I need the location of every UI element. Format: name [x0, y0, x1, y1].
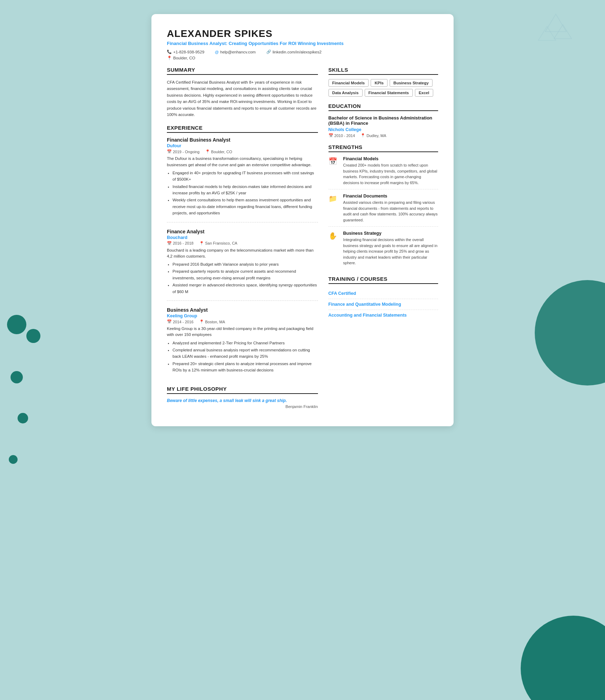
calendar-icon-2: 📅	[167, 241, 172, 246]
training-item-1: CFA Certified	[328, 288, 438, 299]
calendar-icon-1: 📅	[167, 149, 172, 154]
strength-desc-3: Integrating financial decisions within t…	[343, 237, 438, 266]
strength-icon-3: ✋	[328, 231, 340, 242]
exp-desc-1: The Dufour is a business transformation …	[167, 156, 318, 168]
summary-text: CFA Certified Financial Business Analyst…	[167, 79, 318, 118]
summary-section: SUMMARY CFA Certified Financial Business…	[167, 67, 318, 118]
skill-6: Excel	[415, 89, 433, 97]
exp-desc-3: Keeling Group is a 30-year-old limited c…	[167, 326, 318, 338]
location-text: Boulder, CO	[173, 56, 195, 60]
exp-item-1: Financial Business Analyst Dufour 📅 2019…	[167, 137, 318, 222]
skill-5: Financial Statements	[365, 89, 413, 97]
bullet-1-1: Engaged in 40+ projects for upgrading IT…	[173, 170, 318, 183]
edu-location: 📍 Dudley, MA	[360, 133, 386, 138]
strength-item-3: ✋ Business Strategy Integrating financia…	[328, 231, 438, 270]
bullet-3-3: Prepared 20+ strategic client plans to a…	[173, 361, 318, 374]
exp-meta-3: 📅 2014 - 2016 📍 Boston, MA	[167, 319, 318, 324]
email-address: help@enhancv.com	[220, 50, 256, 54]
contact-info: 📞 +1-828-938-9529 @ help@enhancv.com 🔗 l…	[167, 50, 438, 54]
exp-meta-2: 📅 2016 - 2018 📍 San Fransisco, CA	[167, 241, 318, 246]
strength-title-2: Financial Documents	[343, 194, 438, 199]
email-icon: @	[215, 50, 219, 54]
email-contact: @ help@enhancv.com	[215, 50, 256, 54]
job-title-3: Business Analyst	[167, 307, 318, 313]
strength-title-3: Business Strategy	[343, 231, 438, 236]
training-item-3: Accounting and Financial Statements	[328, 310, 438, 320]
education-heading: EDUCATION	[328, 103, 438, 111]
location-contact: 📍 Boulder, CO	[167, 56, 438, 60]
skill-2: KPIs	[371, 79, 388, 87]
skills-grid: Financial Models KPIs Business Strategy …	[328, 79, 438, 97]
bullet-1-2: Installed financial models to help decis…	[173, 183, 318, 196]
exp-location-2: 📍 San Fransisco, CA	[199, 241, 238, 246]
candidate-title: Financial Business Analyst: Creating Opp…	[167, 41, 438, 46]
strength-desc-2: Assisted various clients in preparing an…	[343, 200, 438, 223]
philosophy-quote: Beware of little expenses, a small leak …	[167, 398, 318, 403]
exp-dates-3: 📅 2014 - 2016	[167, 319, 194, 324]
exp-location-3: 📍 Boston, MA	[199, 319, 225, 324]
bullet-3-2: Completed annual business analysis repor…	[173, 347, 318, 360]
edu-school: Nichols College	[328, 127, 438, 132]
strength-content-2: Financial Documents Assisted various cli…	[343, 194, 438, 223]
edu-degree: Bachelor of Science in Business Administ…	[328, 115, 438, 126]
strength-title-1: Financial Models	[343, 156, 438, 161]
education-section: EDUCATION Bachelor of Science in Busines…	[328, 103, 438, 138]
skill-3: Business Strategy	[390, 79, 432, 87]
bullet-2-2: Prepared quarterly reports to analyze cu…	[173, 268, 318, 281]
strength-item-1: 📅 Financial Models Created 200+ models f…	[328, 156, 438, 189]
job-title-1: Financial Business Analyst	[167, 137, 318, 143]
skills-heading: SKILLS	[328, 67, 438, 75]
location-icon-1: 📍	[205, 149, 210, 154]
linkedin-url: linkedin.com/in/alexspikes2	[273, 50, 321, 54]
philosophy-section: MY LIFE PHILOSOPHY Beware of little expe…	[167, 386, 318, 409]
location-icon-2: 📍	[199, 241, 204, 246]
strength-icon-1: 📅	[328, 156, 340, 168]
exp-location-1: 📍 Boulder, CO	[205, 149, 232, 154]
job-title-2: Finance Analyst	[167, 229, 318, 234]
experience-section: EXPERIENCE Financial Business Analyst Du…	[167, 125, 318, 379]
phone-number: +1-828-938-9529	[173, 50, 204, 54]
edu-meta: 📅 2010 - 2014 📍 Dudley, MA	[328, 133, 438, 138]
training-item-2: Finance and Quantitative Modeling	[328, 299, 438, 310]
linkedin-icon: 🔗	[266, 50, 271, 54]
philosophy-heading: MY LIFE PHILOSOPHY	[167, 386, 318, 394]
strength-icon-2: 📁	[328, 194, 340, 205]
left-column: SUMMARY CFA Certified Financial Business…	[167, 67, 318, 409]
exp-desc-2: Bouchard is a leading company on the tel…	[167, 247, 318, 260]
phone-contact: 📞 +1-828-938-9529	[167, 50, 204, 54]
strength-content-1: Financial Models Created 200+ models fro…	[343, 156, 438, 186]
exp-meta-1: 📅 2019 - Ongoing 📍 Boulder, CO	[167, 149, 318, 154]
edu-calendar-icon: 📅	[328, 133, 333, 138]
exp-bullets-1: Engaged in 40+ projects for upgrading IT…	[167, 170, 318, 216]
resume-header: ALEXANDER SPIKES Financial Business Anal…	[167, 28, 438, 60]
phone-icon: 📞	[167, 50, 172, 54]
company-2: Bouchard	[167, 235, 318, 240]
bullet-2-1: Prepared 2016 Budget with Variance analy…	[173, 261, 318, 267]
exp-dates-1: 📅 2019 - Ongoing	[167, 149, 200, 154]
company-1: Dufour	[167, 143, 318, 148]
candidate-name: ALEXANDER SPIKES	[167, 28, 438, 39]
bullet-2-3: Assisted merger in advanced electronics …	[173, 282, 318, 295]
exp-bullets-2: Prepared 2016 Budget with Variance analy…	[167, 261, 318, 295]
edu-location-icon: 📍	[360, 133, 365, 138]
philosophy-author: Benjamin Franklin	[167, 404, 318, 409]
strengths-heading: STRENGTHS	[328, 144, 438, 152]
strength-item-2: 📁 Financial Documents Assisted various c…	[328, 194, 438, 227]
summary-heading: SUMMARY	[167, 67, 318, 75]
company-3: Keeling Group	[167, 313, 318, 318]
right-column: SKILLS Financial Models KPIs Business St…	[328, 67, 438, 409]
calendar-icon-3: 📅	[167, 319, 172, 324]
experience-heading: EXPERIENCE	[167, 125, 318, 133]
strength-content-3: Business Strategy Integrating financial …	[343, 231, 438, 266]
resume-body: SUMMARY CFA Certified Financial Business…	[167, 67, 438, 409]
location-icon: 📍	[167, 56, 172, 60]
exp-dates-2: 📅 2016 - 2018	[167, 241, 194, 246]
skills-section: SKILLS Financial Models KPIs Business St…	[328, 67, 438, 97]
bullet-3-1: Analyzed and implemented 2-Tier Pricing …	[173, 340, 318, 346]
linkedin-contact: 🔗 linkedin.com/in/alexspikes2	[266, 50, 321, 54]
strengths-section: STRENGTHS 📅 Financial Models Created 200…	[328, 144, 438, 270]
location-icon-3: 📍	[199, 319, 204, 324]
training-section: TRAINING / COURSES CFA Certified Finance…	[328, 276, 438, 320]
skill-1: Financial Models	[328, 79, 369, 87]
exp-item-3: Business Analyst Keeling Group 📅 2014 - …	[167, 307, 318, 379]
